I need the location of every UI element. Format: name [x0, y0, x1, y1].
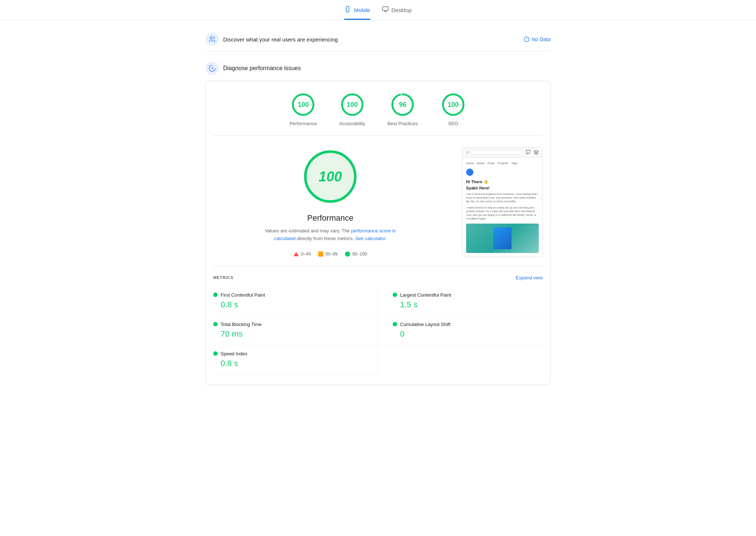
desktop-icon	[382, 6, 389, 14]
metric-lcp: Largest Contentful Paint 1.5 s	[378, 286, 543, 316]
scores-row: 100 Performance 100 Accessibility	[213, 91, 543, 135]
tab-desktop[interactable]: Desktop	[382, 6, 412, 20]
metric-tbt-name: Total Blocking Time	[221, 322, 262, 327]
diagnose-section: Diagnose performance issues 100 Performa…	[206, 62, 550, 385]
screenshot-frame: Home About Posts Projects Tags Hi There …	[462, 147, 543, 257]
screenshot-content: Home About Posts Projects Tags Hi There …	[462, 157, 542, 257]
score-description: Values are estimated and may vary. The p…	[261, 227, 400, 243]
legend-orange: 50–89	[318, 251, 338, 257]
metric-si-dot	[213, 351, 218, 356]
expand-view-button[interactable]: Expand view	[516, 275, 543, 280]
detail-right: Home About Posts Projects Tags Hi There …	[462, 147, 543, 257]
screenshot-heading-line2: Syakir Here!	[466, 185, 539, 191]
svg-point-5	[210, 37, 212, 39]
score-label-best-practices: Best Practices	[388, 121, 418, 126]
metrics-header: METRICS Expand view	[213, 275, 543, 280]
legend-red: 0–49	[294, 251, 311, 257]
score-value-accessibility: 100	[347, 101, 358, 109]
score-value-seo: 100	[448, 101, 459, 109]
metric-si-name: Speed Index	[221, 351, 247, 356]
screenshot-body-text: I am a Front-end Engineer from Indonesia…	[466, 192, 539, 203]
screenshot-avatar	[466, 169, 473, 176]
screenshot-browser-bar	[462, 148, 542, 157]
metric-fcp: First Contentful Paint 0.8 s	[213, 286, 378, 316]
discover-section: Discover what your real users are experi…	[206, 28, 550, 51]
users-icon	[208, 36, 216, 43]
big-score-title: Performance	[307, 213, 353, 223]
score-item-best-practices[interactable]: 96 Best Practices	[388, 91, 418, 126]
metrics-grid: First Contentful Paint 0.8 s Largest Con…	[213, 286, 543, 374]
desc-static: Values are estimated and may vary. The	[265, 228, 351, 233]
score-panel: 100 Performance 100 Accessibility	[206, 81, 550, 385]
score-value-performance: 100	[298, 101, 309, 109]
screenshot-heading: Hi There 👋 Syakir Here!	[466, 179, 539, 191]
discover-icon-wrap	[206, 33, 219, 46]
discover-title: Discover what your real users are experi…	[223, 36, 338, 43]
screenshot-image	[466, 224, 539, 253]
score-circle-performance: 100	[290, 91, 316, 118]
detail-area: 100 Performance Values are estimated and…	[213, 147, 543, 266]
legend-row: 0–49 50–89 90–100	[294, 251, 367, 257]
metric-lcp-dot	[393, 293, 397, 297]
metric-lcp-value: 1.5 s	[393, 300, 543, 309]
metric-fcp-name: First Contentful Paint	[221, 292, 265, 298]
legend-orange-label: 50–89	[326, 251, 338, 257]
info-icon	[524, 36, 530, 42]
browser-dot-1	[466, 151, 469, 154]
legend-red-label: 0–49	[301, 251, 311, 257]
tab-mobile-label: Mobile	[354, 7, 370, 13]
tab-bar: Mobile Desktop	[0, 0, 756, 20]
metric-tbt-dot	[213, 322, 218, 326]
big-score-value: 100	[319, 169, 342, 185]
metric-tbt-name-row: Total Blocking Time	[213, 322, 363, 327]
nav-projects: Projects	[498, 161, 508, 166]
metric-fcp-value: 0.8 s	[213, 300, 363, 309]
screenshot-nav: Home About Posts Projects Tags	[466, 161, 539, 166]
nav-tags: Tags	[511, 161, 517, 166]
metric-cls-value: 0	[393, 329, 543, 339]
metric-si: Speed Index 0.8 s	[213, 345, 378, 374]
github-icon	[526, 150, 531, 155]
diagnose-title: Diagnose performance issues	[223, 65, 301, 72]
score-label-seo: SEO	[448, 121, 458, 126]
score-item-performance[interactable]: 100 Performance	[290, 91, 317, 126]
metric-si-value: 0.8 s	[213, 359, 363, 368]
speedometer-icon	[208, 65, 216, 72]
diagnose-icon-wrap	[206, 62, 219, 75]
score-circle-accessibility: 100	[339, 91, 366, 118]
metric-cls-name-row: Cumulative Layout Shift	[393, 322, 543, 327]
score-item-seo[interactable]: 100 SEO	[440, 91, 466, 126]
metric-cls: Cumulative Layout Shift 0	[378, 316, 543, 345]
nav-about: About	[477, 161, 484, 166]
legend-green: 90–100	[345, 251, 367, 257]
metric-lcp-name: Largest Contentful Paint	[400, 292, 451, 298]
metric-fcp-dot	[213, 293, 218, 297]
detail-left: 100 Performance Values are estimated and…	[213, 147, 447, 257]
metric-si-name-row: Speed Index	[213, 351, 363, 356]
metric-fcp-name-row: First Contentful Paint	[213, 292, 363, 298]
metric-tbt: Total Blocking Time 70 ms	[213, 316, 378, 345]
main-content: Discover what your real users are experi…	[198, 28, 558, 407]
legend-green-label: 90–100	[352, 251, 367, 257]
tab-mobile[interactable]: Mobile	[344, 6, 370, 20]
mobile-icon	[344, 6, 351, 14]
nav-posts: Posts	[487, 161, 495, 166]
no-data-button[interactable]: No Data	[524, 36, 550, 42]
big-score-circle: 100	[301, 147, 360, 206]
metric-lcp-name-row: Largest Contentful Paint	[393, 292, 543, 298]
screenshot-body-text2: I made Devocio to help you easily set up…	[466, 206, 539, 220]
score-item-accessibility[interactable]: 100 Accessibility	[339, 91, 366, 126]
metrics-section: METRICS Expand view First Contentful Pai…	[213, 275, 543, 374]
desc-link2[interactable]: See calculator.	[355, 236, 386, 241]
legend-orange-icon	[318, 251, 323, 257]
legend-green-icon	[345, 251, 350, 257]
legend-triangle-icon	[294, 252, 299, 256]
svg-rect-2	[382, 7, 388, 11]
metric-cls-dot	[393, 322, 397, 326]
diagnose-header: Diagnose performance issues	[206, 62, 550, 75]
browser-url-bar	[472, 150, 523, 155]
desc-mid: directly from these metrics.	[295, 236, 355, 241]
external-link-icon	[534, 150, 539, 155]
screenshot-heading-line1: Hi There 👋	[466, 179, 539, 185]
score-label-performance: Performance	[290, 121, 317, 126]
